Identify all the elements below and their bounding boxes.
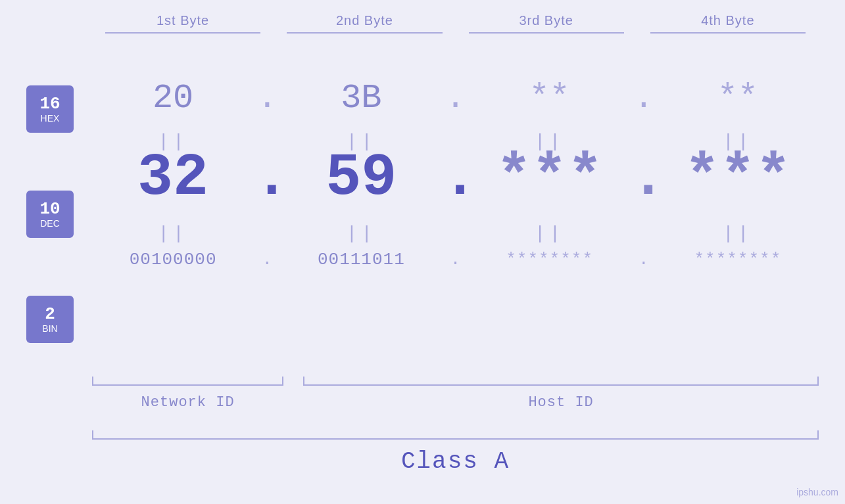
bin-b4-value: ******** [694, 250, 781, 269]
hex-badge-number: 16 [39, 95, 60, 114]
hex-b4-value: ** [717, 79, 758, 118]
bin-b2-cell: 00111011 [280, 250, 442, 269]
byte-2-label: 2nd Byte [274, 13, 455, 28]
byte-col-1: 1st Byte [92, 13, 274, 34]
hex-b3-value: ** [529, 79, 569, 118]
hex-dot-1: . [254, 79, 280, 118]
host-bracket [303, 377, 819, 386]
class-bracket-row [92, 430, 819, 440]
hex-b2-cell: 3B [280, 79, 442, 118]
byte-4-label: 4th Byte [637, 13, 819, 28]
byte-col-2: 2nd Byte [274, 13, 455, 34]
eq-row-2: || || || || [92, 223, 819, 244]
byte-3-bracket [469, 32, 624, 34]
class-full-bracket [92, 430, 819, 440]
bin-badge-number: 2 [45, 305, 55, 324]
hex-row: 20 . 3B . ** . ** [92, 79, 819, 118]
dec-badge-label: DEC [40, 218, 60, 229]
hex-dot-2: . [443, 79, 469, 118]
main-container: 1st Byte 2nd Byte 3rd Byte 4th Byte 16 H… [0, 0, 845, 504]
bin-badge: 2 BIN [26, 296, 74, 343]
eq-2-b1: || [92, 223, 254, 244]
hex-b3-cell: ** [469, 79, 631, 118]
dec-badge: 10 DEC [26, 191, 74, 238]
bin-dot-3: . [631, 250, 657, 269]
bin-b1-cell: 00100000 [92, 250, 254, 269]
byte-col-4: 4th Byte [637, 13, 819, 34]
dec-dot-2: . [443, 145, 469, 212]
hex-b2-value: 3B [341, 79, 381, 118]
dec-dot-1: . [254, 145, 280, 212]
byte-2-bracket [287, 32, 442, 34]
hex-b1-value: 20 [153, 79, 193, 118]
bin-row: 00100000 . 00111011 . ******** . *******… [92, 250, 819, 269]
hex-b1-cell: 20 [92, 79, 254, 118]
host-id-label: Host ID [303, 394, 819, 411]
network-bracket [92, 377, 283, 386]
dec-badge-number: 10 [39, 200, 60, 219]
dec-b4-value: *** [685, 145, 791, 212]
dec-b1-cell: 32 [92, 145, 254, 212]
dec-row: 32 . 59 . *** . *** [92, 145, 819, 212]
id-labels-row: Network ID Host ID [92, 394, 819, 411]
dec-b4-cell: *** [657, 145, 819, 212]
dec-b3-cell: *** [469, 145, 631, 212]
byte-headers: 1st Byte 2nd Byte 3rd Byte 4th Byte [92, 13, 819, 34]
eq-2-b2: || [280, 223, 442, 244]
data-grid: 20 . 3B . ** . ** || || [92, 66, 819, 451]
hex-dot-3: . [631, 79, 657, 118]
bin-b3-value: ******** [506, 250, 593, 269]
eq-2-b4: || [657, 223, 819, 244]
byte-col-3: 3rd Byte [456, 13, 637, 34]
bin-b4-cell: ******** [657, 250, 819, 269]
class-label-container: Class A [92, 448, 819, 475]
byte-3-label: 3rd Byte [456, 13, 637, 28]
hex-badge-label: HEX [41, 113, 60, 124]
network-id-label: Network ID [92, 394, 283, 411]
eq-2-b3: || [469, 223, 631, 244]
bin-b3-cell: ******** [469, 250, 631, 269]
dec-b3-value: *** [496, 145, 603, 212]
dec-dot-3: . [631, 145, 657, 212]
dec-b1-value: 32 [137, 145, 208, 212]
bin-b2-value: 00111011 [318, 250, 405, 269]
watermark: ipshu.com [796, 487, 838, 497]
bin-dot-2: . [443, 250, 469, 269]
bin-badge-label: BIN [42, 323, 57, 334]
hex-b4-cell: ** [657, 79, 819, 118]
byte-1-bracket [105, 32, 260, 34]
hex-badge: 16 HEX [26, 85, 74, 133]
dec-b2-cell: 59 [280, 145, 442, 212]
id-brackets-row [92, 377, 819, 386]
class-label: Class A [401, 448, 510, 475]
dec-b2-value: 59 [326, 145, 397, 212]
bin-b1-value: 00100000 [130, 250, 217, 269]
byte-4-bracket [650, 32, 806, 34]
byte-1-label: 1st Byte [92, 13, 274, 28]
bin-dot-1: . [254, 250, 280, 269]
